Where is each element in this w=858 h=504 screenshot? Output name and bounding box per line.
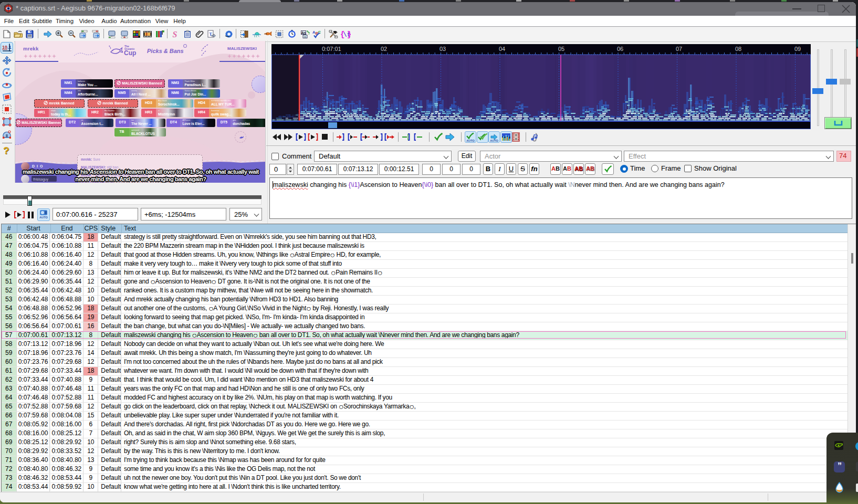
svg-text:05: 05	[558, 46, 564, 52]
svg-text:S: S	[173, 30, 177, 38]
svg-text:03: 03	[440, 46, 446, 52]
svg-text:}: }	[347, 30, 351, 38]
svg-text:10: 10	[2, 45, 7, 50]
svg-text:0:07:01: 0:07:01	[322, 46, 341, 52]
svg-text:8: 8	[6, 134, 8, 138]
svg-text:09: 09	[794, 46, 801, 52]
svg-text:02: 02	[381, 46, 387, 52]
svg-text:An: An	[301, 31, 306, 35]
svg-text:06: 06	[617, 46, 623, 52]
svg-text:08: 08	[735, 46, 741, 52]
svg-text:AUTO: AUTO	[490, 139, 498, 142]
svg-text:n: n	[304, 35, 306, 38]
svg-text:07: 07	[676, 46, 682, 52]
svg-text:AUTO: AUTO	[466, 139, 475, 142]
svg-text:?: ?	[308, 32, 310, 35]
svg-text:04: 04	[499, 46, 505, 52]
